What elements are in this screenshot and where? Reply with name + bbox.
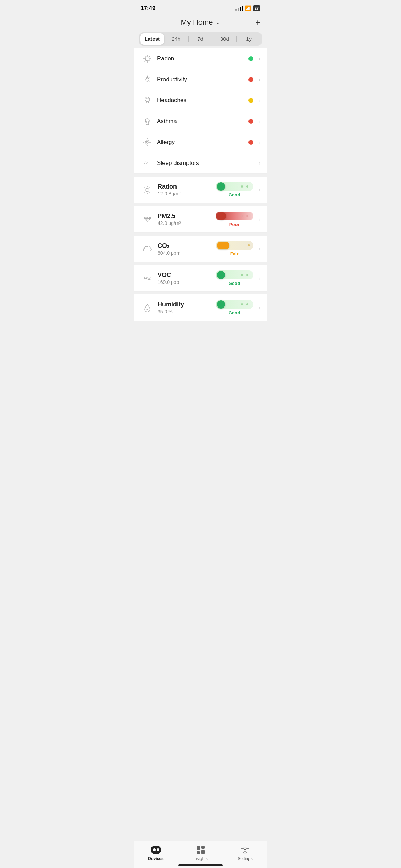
svg-point-37 (244, 847, 246, 850)
tab-24h[interactable]: 24h (164, 33, 188, 45)
co2-gauge: Fair (216, 241, 253, 256)
co2-metric-value: 804.0 ppm (158, 250, 216, 256)
status-icons: 📶 27 (235, 5, 260, 11)
voc-gauge-indicator (217, 271, 225, 279)
radon-quality-label: Good (229, 192, 240, 197)
humidity-metric-name: Humidity (158, 301, 216, 308)
humidity-gauge-dots (241, 303, 248, 305)
productivity-status-dot (248, 77, 253, 82)
radon-icon (141, 54, 154, 63)
pm25-gauge-track (216, 212, 253, 220)
radon-status-dot (248, 56, 253, 61)
voc-metric-value: 169.0 ppb (158, 279, 216, 285)
radon-gauge-indicator (217, 182, 225, 191)
svg-point-0 (145, 57, 149, 61)
pm25-metric-icon (141, 215, 154, 224)
chevron-right-icon: › (259, 216, 260, 222)
humidity-gauge-track (216, 300, 253, 309)
nav-insights-label: Insights (193, 856, 207, 861)
chevron-right-icon: › (259, 76, 260, 83)
list-item-headaches[interactable]: Headaches › (134, 90, 267, 111)
svg-point-31 (145, 218, 147, 220)
list-item-productivity[interactable]: Productivity › (134, 69, 267, 90)
svg-line-5 (145, 56, 146, 57)
chevron-right-icon: › (259, 118, 260, 124)
humidity-gauge-indicator (217, 300, 225, 309)
voc-metric-icon (141, 274, 154, 283)
tab-1y[interactable]: 1y (237, 33, 261, 45)
radon-metric-icon (141, 185, 154, 195)
metric-pm25[interactable]: PM2.5 42.0 μg/m³ Poor › (134, 206, 267, 233)
add-button[interactable]: + (255, 18, 260, 27)
chevron-right-icon: › (259, 139, 260, 145)
header: My Home ⌄ + (134, 14, 267, 32)
svg-line-6 (149, 61, 150, 62)
chevron-right-icon: › (259, 246, 260, 252)
svg-line-7 (145, 61, 146, 62)
metric-humidity[interactable]: Humidity 35.0 % Good › (134, 294, 267, 321)
allergy-icon (141, 137, 154, 147)
headaches-label: Headaches (157, 97, 248, 104)
status-time: 17:49 (141, 5, 155, 12)
settings-icon (240, 845, 250, 855)
chevron-right-icon: › (259, 160, 260, 166)
pm25-metric-name: PM2.5 (158, 213, 216, 220)
pm25-gauge-indicator (218, 212, 226, 220)
metrics-list: Radon 12.0 Bq/m³ Good › (134, 177, 267, 321)
humidity-metric-icon (141, 303, 154, 313)
svg-point-15 (146, 141, 148, 143)
nav-devices-label: Devices (148, 856, 163, 861)
productivity-icon (141, 75, 154, 84)
tab-7d[interactable]: 7d (189, 33, 212, 45)
tab-latest[interactable]: Latest (140, 33, 164, 45)
co2-quality-label: Fair (230, 251, 239, 256)
nav-insights[interactable]: Insights (178, 845, 223, 861)
svg-line-30 (149, 187, 150, 188)
pm25-gauge-dots (241, 215, 248, 217)
allergy-label: Allergy (157, 139, 248, 146)
humidity-metric-value: 35.0 % (158, 309, 216, 314)
chevron-right-icon: › (259, 56, 260, 62)
pm25-metric-value: 42.0 μg/m³ (158, 220, 216, 226)
co2-metric-name: CO₂ (158, 242, 216, 250)
tab-30d[interactable]: 30d (212, 33, 236, 45)
list-item-allergy[interactable]: Allergy › (134, 132, 267, 153)
voc-metric-name: VOC (158, 272, 216, 279)
nav-settings[interactable]: Settings (223, 845, 267, 861)
asthma-icon (141, 117, 154, 126)
humidity-quality-label: Good (229, 310, 240, 315)
section-separator (134, 174, 267, 177)
sleep-icon: Zz z (141, 158, 154, 168)
home-selector[interactable]: My Home ⌄ (181, 18, 220, 27)
headaches-icon (141, 96, 154, 105)
pm25-gauge: Poor (216, 212, 253, 227)
list-item-sleep[interactable]: Zz z Sleep disruptors › (134, 153, 267, 174)
svg-line-28 (149, 192, 150, 193)
home-title: My Home (181, 18, 213, 27)
svg-point-14 (145, 140, 149, 144)
nav-devices[interactable]: Devices (134, 845, 178, 861)
home-indicator (178, 864, 223, 866)
metric-co2[interactable]: CO₂ 804.0 ppm Fair › (134, 236, 267, 262)
asthma-label: Asthma (157, 118, 248, 125)
humidity-metric-info: Humidity 35.0 % (158, 301, 216, 314)
radon-label: Radon (157, 55, 248, 62)
metric-radon[interactable]: Radon 12.0 Bq/m³ Good › (134, 177, 267, 203)
radon-gauge: Good (216, 182, 253, 197)
co2-gauge-dots (248, 244, 250, 246)
time-filter-tabs: Latest 24h 7d 30d 1y (139, 32, 262, 46)
metric-voc[interactable]: VOC 169.0 ppb Good › (134, 265, 267, 292)
humidity-gauge: Good (216, 300, 253, 315)
voc-gauge-track (216, 270, 253, 279)
devices-icon (151, 845, 161, 855)
list-item-radon[interactable]: Radon › (134, 48, 267, 69)
list-item-asthma[interactable]: Asthma › (134, 111, 267, 132)
chevron-down-icon: ⌄ (216, 19, 220, 26)
headaches-status-dot (248, 98, 253, 103)
radon-metric-name: Radon (158, 183, 216, 190)
co2-gauge-track (216, 241, 253, 250)
battery-indicator: 27 (253, 5, 260, 11)
status-bar: 17:49 📶 27 (134, 0, 267, 14)
main-content: Radon › Productivity › (134, 48, 267, 355)
svg-point-36 (147, 220, 148, 221)
